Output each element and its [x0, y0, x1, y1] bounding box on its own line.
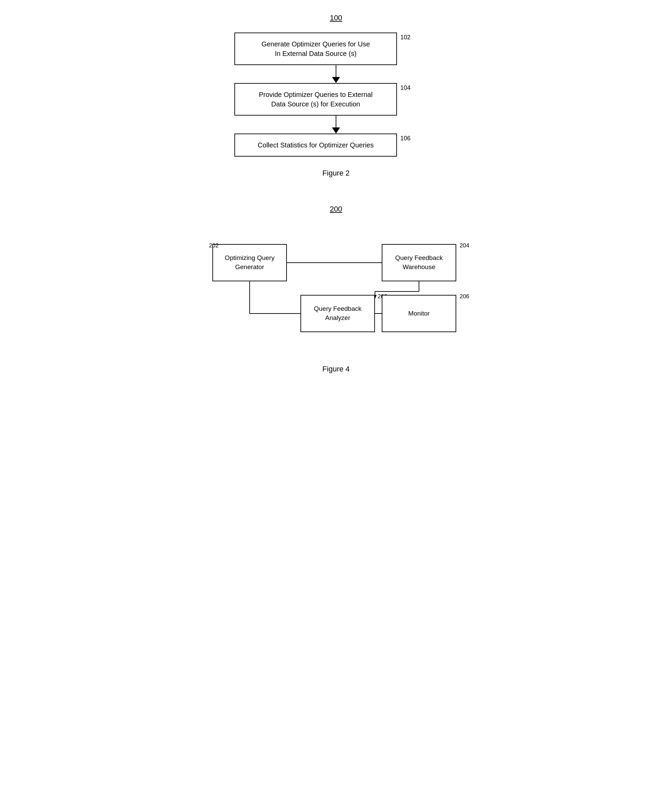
arrow-stem-1	[336, 65, 336, 77]
figure4-caption: Figure 4	[323, 365, 350, 374]
box102-wrapper: Generate Optimizer Queries for UseIn Ext…	[234, 33, 438, 65]
ref202: 202	[209, 242, 218, 249]
ref104: 104	[401, 85, 410, 91]
box104-wrapper: Provide Optimizer Queries to ExternalDat…	[234, 83, 438, 116]
box102: Generate Optimizer Queries for UseIn Ext…	[234, 33, 397, 65]
box104: Provide Optimizer Queries to ExternalDat…	[234, 83, 397, 116]
page-content: 100 Generate Optimizer Queries for UseIn…	[167, 0, 505, 374]
box-query-feedback-warehouse: Query FeedbackWarehouse	[382, 244, 456, 281]
arrow-down-1	[332, 77, 340, 83]
arrow-stem-2	[336, 116, 336, 128]
ref206: 206	[460, 293, 469, 300]
fig2-diagram-number: 100	[330, 13, 343, 22]
figure4-section: 200	[167, 205, 505, 374]
figure2-caption: Figure 2	[323, 169, 350, 178]
box-query-feedback-analyzer: Query FeedbackAnalyzer	[300, 295, 375, 332]
fig4-diagram: Optimizing QueryGenerator 202 Query Feed…	[209, 224, 463, 352]
box106: Collect Statistics for Optimizer Queries	[234, 134, 397, 156]
flow-container: Generate Optimizer Queries for UseIn Ext…	[234, 33, 438, 156]
fig4-diagram-number: 200	[330, 205, 343, 214]
connector-lines	[209, 224, 463, 352]
box106-wrapper: Collect Statistics for Optimizer Queries…	[234, 134, 438, 156]
ref106: 106	[401, 135, 410, 142]
ref204: 204	[460, 242, 469, 249]
ref102: 102	[401, 34, 410, 41]
box-monitor: Monitor	[382, 295, 456, 332]
arrow-down-2	[332, 128, 340, 134]
figure2-section: 100 Generate Optimizer Queries for UseIn…	[167, 13, 505, 178]
box-optimizing-query-generator: Optimizing QueryGenerator	[212, 244, 287, 281]
